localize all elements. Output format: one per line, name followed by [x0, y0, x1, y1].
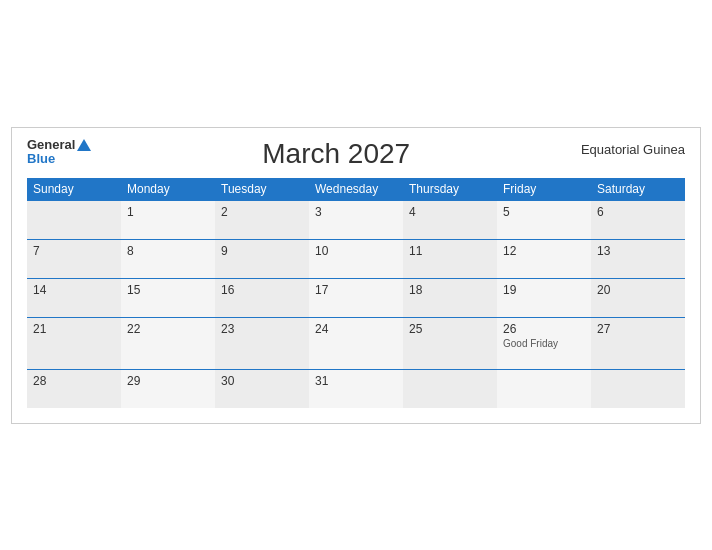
- calendar-cell: [591, 369, 685, 408]
- calendar-cell: 14: [27, 278, 121, 317]
- day-number: 8: [127, 244, 209, 258]
- calendar-cell: 18: [403, 278, 497, 317]
- day-number: 19: [503, 283, 585, 297]
- day-number: 21: [33, 322, 115, 336]
- day-number: 11: [409, 244, 491, 258]
- calendar-table: Sunday Monday Tuesday Wednesday Thursday…: [27, 178, 685, 408]
- weekday-header-row: Sunday Monday Tuesday Wednesday Thursday…: [27, 178, 685, 201]
- header-sunday: Sunday: [27, 178, 121, 201]
- day-number: 20: [597, 283, 679, 297]
- calendar-cell: 22: [121, 317, 215, 369]
- calendar-cell: 5: [497, 200, 591, 239]
- holiday-label: Good Friday: [503, 338, 585, 349]
- calendar-cell: 10: [309, 239, 403, 278]
- logo-blue-text: Blue: [27, 152, 55, 166]
- calendar-week-row: 28293031: [27, 369, 685, 408]
- calendar-cell: 27: [591, 317, 685, 369]
- day-number: 27: [597, 322, 679, 336]
- calendar-cell: 29: [121, 369, 215, 408]
- header-saturday: Saturday: [591, 178, 685, 201]
- calendar-cell: 11: [403, 239, 497, 278]
- day-number: 26: [503, 322, 585, 336]
- day-number: 16: [221, 283, 303, 297]
- header-tuesday: Tuesday: [215, 178, 309, 201]
- day-number: 24: [315, 322, 397, 336]
- day-number: 4: [409, 205, 491, 219]
- calendar-cell: [27, 200, 121, 239]
- calendar-cell: 13: [591, 239, 685, 278]
- day-number: 17: [315, 283, 397, 297]
- day-number: 14: [33, 283, 115, 297]
- logo: General Blue: [27, 138, 91, 167]
- logo-triangle-icon: [77, 139, 91, 151]
- calendar-week-row: 14151617181920: [27, 278, 685, 317]
- day-number: 23: [221, 322, 303, 336]
- calendar-cell: 17: [309, 278, 403, 317]
- day-number: 5: [503, 205, 585, 219]
- day-number: 31: [315, 374, 397, 388]
- day-number: 22: [127, 322, 209, 336]
- calendar-cell: 2: [215, 200, 309, 239]
- calendar-cell: 1: [121, 200, 215, 239]
- calendar-cell: 30: [215, 369, 309, 408]
- day-number: 25: [409, 322, 491, 336]
- calendar-cell: 6: [591, 200, 685, 239]
- day-number: 2: [221, 205, 303, 219]
- calendar-cell: 7: [27, 239, 121, 278]
- day-number: 10: [315, 244, 397, 258]
- day-number: 3: [315, 205, 397, 219]
- day-number: 29: [127, 374, 209, 388]
- calendar-cell: 15: [121, 278, 215, 317]
- header: General Blue March 2027 Equatorial Guine…: [27, 138, 685, 170]
- calendar-cell: 8: [121, 239, 215, 278]
- day-number: 13: [597, 244, 679, 258]
- header-friday: Friday: [497, 178, 591, 201]
- calendar-cell: 28: [27, 369, 121, 408]
- calendar-cell: 23: [215, 317, 309, 369]
- calendar-cell: [497, 369, 591, 408]
- day-number: 18: [409, 283, 491, 297]
- calendar-week-row: 123456: [27, 200, 685, 239]
- header-wednesday: Wednesday: [309, 178, 403, 201]
- calendar-cell: 25: [403, 317, 497, 369]
- day-number: 9: [221, 244, 303, 258]
- day-number: 1: [127, 205, 209, 219]
- calendar-week-row: 78910111213: [27, 239, 685, 278]
- calendar-container: General Blue March 2027 Equatorial Guine…: [11, 127, 701, 424]
- day-number: 12: [503, 244, 585, 258]
- month-title: March 2027: [91, 138, 581, 170]
- calendar-cell: 26Good Friday: [497, 317, 591, 369]
- country-label: Equatorial Guinea: [581, 138, 685, 157]
- day-number: 15: [127, 283, 209, 297]
- day-number: 7: [33, 244, 115, 258]
- calendar-cell: 9: [215, 239, 309, 278]
- calendar-cell: 21: [27, 317, 121, 369]
- day-number: 28: [33, 374, 115, 388]
- calendar-cell: 31: [309, 369, 403, 408]
- calendar-cell: 19: [497, 278, 591, 317]
- calendar-cell: 24: [309, 317, 403, 369]
- day-number: 6: [597, 205, 679, 219]
- calendar-cell: 16: [215, 278, 309, 317]
- header-thursday: Thursday: [403, 178, 497, 201]
- calendar-cell: [403, 369, 497, 408]
- day-number: 30: [221, 374, 303, 388]
- header-monday: Monday: [121, 178, 215, 201]
- logo-general-text: General: [27, 138, 91, 152]
- calendar-week-row: 212223242526Good Friday27: [27, 317, 685, 369]
- calendar-cell: 12: [497, 239, 591, 278]
- calendar-cell: 3: [309, 200, 403, 239]
- calendar-cell: 20: [591, 278, 685, 317]
- calendar-cell: 4: [403, 200, 497, 239]
